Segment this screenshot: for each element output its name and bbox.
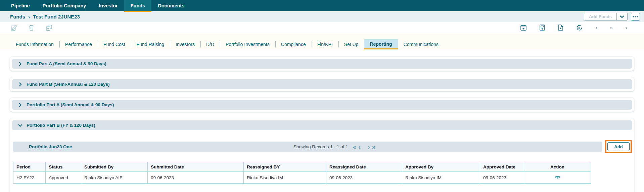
- breadcrumb-bar: Funds › Test Fund 2JUNE23 Add Funds ●●●: [0, 11, 644, 22]
- add-funds-split-button[interactable]: Add Funds: [584, 13, 628, 21]
- tab-investors[interactable]: Investors: [170, 39, 200, 49]
- add-button-highlight-annotation: Add: [605, 140, 632, 153]
- toolbar-left-group: [11, 25, 52, 31]
- portfolio-title: Portfolio Jun23 One: [29, 144, 72, 149]
- tab-portfolio-investments[interactable]: Portfolio Investments: [220, 39, 275, 49]
- cell-approved-date: 09-06-2023: [480, 172, 524, 184]
- breadcrumb-root[interactable]: Funds: [10, 14, 25, 20]
- accordion-label: Fund Part A (Semi Annual & 90 Days): [27, 61, 106, 66]
- cell-action: [524, 172, 591, 184]
- chevron-left-icon[interactable]: ‹: [595, 25, 597, 31]
- records-count-text: Showing Records 1 - 1 of 1: [293, 144, 348, 149]
- records-pager: « ‹ › »: [353, 144, 376, 150]
- chevron-right-icon: [18, 62, 22, 66]
- report-add-icon[interactable]: [539, 24, 545, 31]
- chevron-right-icon[interactable]: ›: [625, 25, 627, 31]
- cell-status: Approved: [46, 172, 81, 184]
- calendar-add-icon[interactable]: [520, 24, 527, 31]
- next-page-icon[interactable]: ›: [368, 144, 370, 150]
- double-chevron-right-icon[interactable]: »: [610, 25, 613, 31]
- accordion-header-portfolio-part-b[interactable]: Portfolio Part B (FY & 120 Days): [12, 120, 632, 130]
- accordion-header-fund-part-a[interactable]: Fund Part A (Semi Annual & 90 Days): [12, 59, 632, 69]
- chevron-right-icon: [18, 103, 22, 107]
- tab-fund-cost[interactable]: Fund Cost: [98, 39, 131, 49]
- records-center-group: Showing Records 1 - 1 of 1 « ‹ › »: [72, 144, 597, 150]
- nav-item-funds[interactable]: Funds: [124, 0, 152, 11]
- duplicate-icon[interactable]: [46, 25, 52, 31]
- eye-icon[interactable]: [555, 175, 560, 179]
- column-header-status: Status: [46, 162, 81, 172]
- column-header-approved-date: Approved Date: [480, 162, 524, 172]
- reporting-records-table: Period Status Submitted By Submitted Dat…: [13, 162, 591, 184]
- breadcrumb-separator-icon: ›: [28, 14, 30, 20]
- accordion-card-fund-part-b: Fund Part B (Semi-Annual & 120 Days): [10, 77, 634, 91]
- nav-item-investor[interactable]: Investor: [92, 0, 124, 11]
- tab-set-up[interactable]: Set Up: [338, 39, 364, 49]
- add-record-button[interactable]: Add: [607, 142, 630, 151]
- nav-item-documents[interactable]: Documents: [151, 0, 191, 11]
- file-add-icon[interactable]: [558, 24, 563, 31]
- accordion-label: Fund Part B (Semi-Annual & 120 Days): [27, 82, 110, 87]
- tab-funds-information[interactable]: Funds Information: [10, 39, 59, 49]
- nav-item-portfolio-company[interactable]: Portfolio Company: [36, 0, 93, 11]
- accordion-card-portfolio-part-b: Portfolio Part B (FY & 120 Days) Portfol…: [10, 118, 634, 192]
- column-header-approved-by: Approved By: [402, 162, 480, 172]
- chevron-down-icon: [18, 123, 22, 127]
- column-header-reassigned-by: Reassigned BY: [244, 162, 326, 172]
- accordion-header-fund-part-b[interactable]: Fund Part B (Semi-Annual & 120 Days): [12, 79, 632, 89]
- cell-period: H2 FY22: [13, 172, 46, 184]
- tab-performance[interactable]: Performance: [59, 39, 98, 49]
- breadcrumb-current: Test Fund 2JUNE23: [33, 14, 80, 20]
- cell-submitted-by: Rinku Sisodiya AIF: [81, 172, 148, 184]
- accordion-header-portfolio-part-a[interactable]: Portfolio Part A (Semi Annual & 90 Days): [12, 100, 632, 110]
- reporting-content: Fund Part A (Semi Annual & 90 Days) Fund…: [0, 49, 644, 192]
- table-header-row: Period Status Submitted By Submitted Dat…: [13, 162, 591, 172]
- tab-fin-kpi[interactable]: Fin/KPI: [312, 39, 338, 49]
- portfolio-records-row: Portfolio Jun23 One Showing Records 1 - …: [12, 140, 632, 153]
- add-funds-button[interactable]: Add Funds: [584, 13, 616, 20]
- cell-reassigned-by: Rinku Sisodiya IM: [244, 172, 326, 184]
- currency-refresh-icon[interactable]: $: [576, 24, 583, 31]
- last-page-icon[interactable]: »: [372, 144, 376, 150]
- table-row: H2 FY22 Approved Rinku Sisodiya AIF 09-0…: [13, 172, 591, 184]
- add-funds-dropdown-button[interactable]: [616, 13, 627, 20]
- tab-communications[interactable]: Communications: [398, 39, 444, 49]
- more-actions-button[interactable]: ●●●: [631, 13, 640, 21]
- chevron-down-icon: [620, 15, 624, 18]
- breadcrumb: Funds › Test Fund 2JUNE23: [10, 14, 80, 20]
- fund-tab-bar: Funds Information Performance Fund Cost …: [0, 33, 644, 49]
- tab-dd[interactable]: D/D: [200, 39, 220, 49]
- more-icon: ●●●: [633, 15, 639, 18]
- column-header-submitted-by: Submitted By: [81, 162, 148, 172]
- column-header-action: Action: [524, 162, 591, 172]
- portfolio-records-bar: Portfolio Jun23 One Showing Records 1 - …: [13, 142, 602, 152]
- tab-fund-raising[interactable]: Fund Raising: [131, 39, 170, 49]
- prev-page-icon[interactable]: ‹: [358, 144, 360, 150]
- column-header-reassigned-date: Reassigned Date: [326, 162, 402, 172]
- column-header-submitted-date: Submitted Date: [148, 162, 244, 172]
- cell-approved-by: Rinku Sisodiya IM: [402, 172, 480, 184]
- column-header-period: Period: [13, 162, 46, 172]
- nav-item-pipeline[interactable]: Pipeline: [5, 0, 36, 11]
- delete-icon[interactable]: [29, 25, 34, 31]
- record-toolbar: $ ‹ » ›: [0, 22, 644, 33]
- chevron-right-icon: [18, 82, 22, 86]
- toolbar-right-group: $ ‹ » ›: [520, 24, 627, 31]
- accordion-label: Portfolio Part B (FY & 120 Days): [27, 123, 95, 128]
- accordion-label: Portfolio Part A (Semi Annual & 90 Days): [27, 102, 114, 107]
- top-navbar: Pipeline Portfolio Company Investor Fund…: [0, 0, 644, 11]
- card-bottom-padding: [12, 184, 632, 192]
- edit-icon[interactable]: [11, 25, 17, 31]
- cell-submitted-date: 09-06-2023: [148, 172, 244, 184]
- tab-compliance[interactable]: Compliance: [275, 39, 312, 49]
- first-page-icon[interactable]: «: [353, 144, 357, 150]
- accordion-card-portfolio-part-a: Portfolio Part A (Semi Annual & 90 Days): [10, 98, 634, 112]
- svg-text:$: $: [579, 26, 581, 30]
- tab-reporting[interactable]: Reporting: [364, 39, 398, 49]
- accordion-card-fund-part-a: Fund Part A (Semi Annual & 90 Days): [10, 57, 634, 71]
- cell-reassigned-date: 09-06-2023: [326, 172, 402, 184]
